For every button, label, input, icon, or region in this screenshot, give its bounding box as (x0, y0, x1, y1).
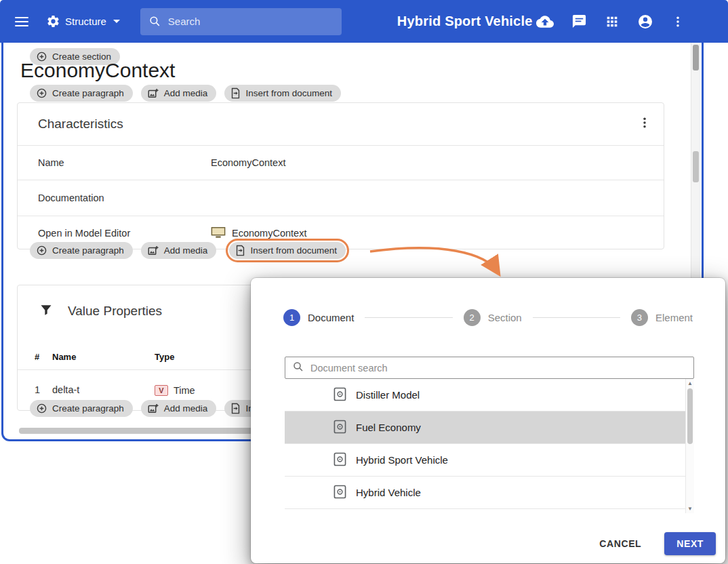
step-element[interactable]: 3 Element (631, 309, 693, 326)
add-media-button[interactable]: Add media (141, 400, 217, 417)
add-circle-icon (36, 87, 47, 99)
insert-from-document-label: Insert from document (250, 245, 337, 256)
cell-type: V Time (155, 385, 195, 396)
step-label: Element (655, 312, 693, 323)
insert-from-document-button[interactable]: Insert from document (229, 242, 346, 259)
gear-icon (46, 14, 60, 28)
step-number: 2 (464, 309, 481, 326)
account-icon[interactable] (637, 14, 653, 30)
toolbar-chips-middle: Create paragraph Add media Insert from d… (30, 242, 349, 259)
document-model-icon (333, 387, 346, 403)
value-properties-title: Value Properties (68, 304, 162, 319)
create-paragraph-button[interactable]: Create paragraph (30, 242, 133, 259)
next-button[interactable]: NEXT (664, 532, 716, 555)
insert-from-document-label: Insert from document (245, 88, 332, 98)
model-editor-link-label: EconomyContext (232, 228, 306, 239)
document-search-input[interactable] (310, 363, 687, 374)
document-model-icon (333, 452, 346, 468)
search-input[interactable] (168, 16, 333, 27)
document-search-field[interactable] (285, 357, 694, 379)
property-row-name: Name EconomyContext (18, 145, 664, 180)
list-item[interactable]: Hybrid Vehicle (285, 477, 685, 509)
insert-document-icon (230, 87, 241, 99)
app-bar-actions (536, 13, 685, 31)
cloud-upload-icon[interactable] (536, 13, 554, 31)
scrollbar-thumb[interactable] (693, 45, 699, 70)
model-editor-link[interactable]: EconomyContext (211, 226, 306, 239)
cell-index: 1 (35, 384, 40, 395)
scroll-up-icon[interactable]: ▲ (686, 380, 694, 386)
create-paragraph-button[interactable]: Create paragraph (30, 85, 133, 102)
add-image-icon (147, 245, 159, 257)
model-editor-icon (211, 226, 226, 239)
document-list: Distiller Model Fuel Economy Hybrid Spor… (285, 379, 694, 513)
create-paragraph-button[interactable]: Create paragraph (30, 400, 133, 417)
column-index: # (35, 352, 39, 362)
stepper-connector (365, 317, 452, 318)
cancel-button[interactable]: CANCEL (595, 533, 645, 555)
step-label: Section (488, 312, 522, 323)
add-media-button[interactable]: Add media (141, 85, 217, 102)
property-label: Name (38, 157, 211, 168)
add-image-icon (147, 87, 159, 100)
menu-icon[interactable] (15, 14, 31, 30)
filter-icon[interactable] (39, 303, 53, 319)
global-search[interactable] (140, 8, 342, 35)
step-section[interactable]: 2 Section (464, 309, 522, 326)
list-item[interactable]: Hybrid Sport Vehicle (285, 444, 685, 477)
create-paragraph-label: Create paragraph (52, 245, 124, 256)
apps-grid-icon[interactable] (605, 14, 620, 29)
insert-from-document-button[interactable]: Insert from document (224, 85, 341, 102)
characteristics-title: Characteristics (38, 117, 123, 132)
search-icon (292, 361, 304, 376)
insert-document-icon (230, 403, 241, 414)
property-label: Open in Model Editor (38, 228, 211, 239)
more-vertical-icon[interactable] (671, 15, 685, 28)
add-image-icon (147, 403, 159, 415)
document-model-icon (333, 420, 346, 436)
list-item-label: Distiller Model (356, 389, 420, 401)
wizard-stepper: 1 Document 2 Section 3 Element (283, 309, 693, 326)
chevron-down-icon (113, 20, 120, 23)
stepper-connector (533, 317, 620, 318)
annotation-highlight: Insert from document (226, 239, 349, 262)
structure-menu-button[interactable]: Structure (46, 14, 120, 28)
list-item-label: Hybrid Vehicle (356, 487, 421, 498)
list-item[interactable]: Distiller Model (285, 379, 685, 411)
step-number: 1 (283, 309, 300, 326)
list-item-label: Fuel Economy (356, 422, 421, 433)
list-item-selected[interactable]: Fuel Economy (285, 411, 685, 444)
characteristics-card: Characteristics Name EconomyContext Docu… (17, 102, 664, 249)
value-type-icon: V (155, 385, 168, 396)
scrollbar-thumb[interactable] (693, 151, 699, 182)
dialog-actions: CANCEL NEXT (595, 532, 716, 555)
step-number: 3 (631, 309, 648, 326)
column-type: Type (155, 352, 174, 362)
add-media-label: Add media (164, 403, 208, 414)
document-model-icon (333, 485, 346, 501)
step-document[interactable]: 1 Document (283, 309, 354, 326)
property-label: Documentation (38, 193, 211, 203)
toolbar-chips-top: Create paragraph Add media Insert from d… (30, 85, 341, 102)
chat-icon[interactable] (571, 14, 587, 29)
scrollbar-thumb[interactable] (687, 388, 693, 444)
scroll-down-icon[interactable]: ▼ (686, 506, 694, 512)
column-name: Name (52, 352, 76, 362)
step-label: Document (308, 312, 354, 323)
add-media-label: Add media (164, 88, 208, 98)
type-label: Time (174, 385, 195, 396)
list-item-label: Hybrid Sport Vehicle (356, 454, 448, 466)
add-media-button[interactable]: Add media (141, 242, 217, 259)
list-scrollbar[interactable]: ▲ ▼ (685, 379, 694, 513)
add-circle-icon (36, 245, 47, 256)
search-icon (148, 15, 161, 28)
cell-name: delta-t (52, 384, 79, 395)
card-menu-icon[interactable] (638, 116, 651, 132)
property-row-documentation: Documentation (18, 180, 664, 216)
add-circle-icon (36, 403, 47, 414)
app-bar: Structure Hybrid Sport Vehicle (0, 0, 728, 43)
structure-label: Structure (65, 16, 106, 27)
insert-from-document-dialog: 1 Document 2 Section 3 Element Distiller… (251, 278, 725, 563)
add-media-label: Add media (164, 245, 208, 256)
create-paragraph-label: Create paragraph (52, 403, 124, 414)
